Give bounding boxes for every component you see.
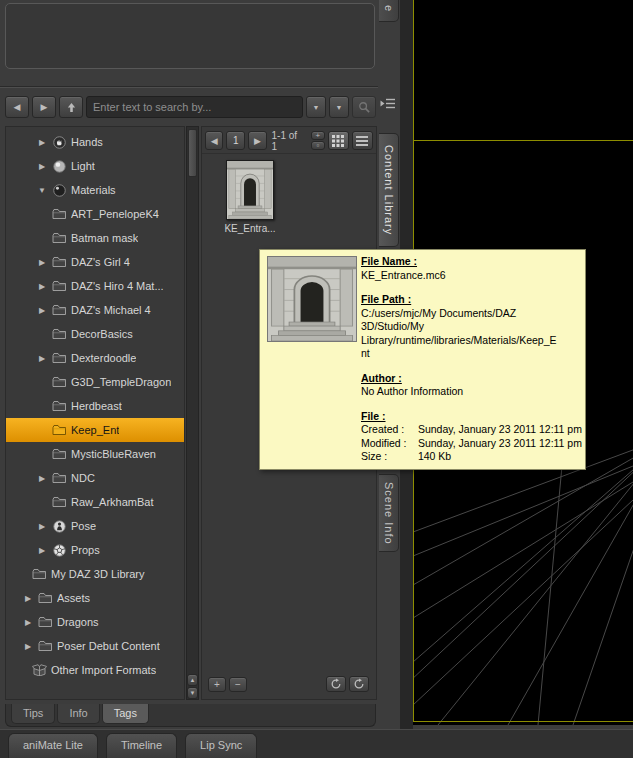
- tree-item-materials[interactable]: ▼Materials: [6, 178, 184, 202]
- tree-item-raw-arkhambat[interactable]: Raw_ArkhamBat: [6, 490, 184, 514]
- expand-arrow-icon[interactable]: ▶: [36, 138, 48, 147]
- tab-info[interactable]: Info: [57, 704, 99, 724]
- tree-item-label: Raw_ArkhamBat: [71, 496, 154, 508]
- content-header: ◀ 1 ▶ 1-1 of 1 + ▫: [202, 127, 376, 154]
- expand-arrow-icon[interactable]: ▶: [36, 306, 48, 315]
- folder-icon: [52, 375, 67, 389]
- box-icon: [32, 663, 47, 677]
- tree-item-dexterdoodle[interactable]: ▶Dexterdoodle: [6, 346, 184, 370]
- tab-timeline[interactable]: Timeline: [106, 733, 177, 758]
- expand-arrow-icon[interactable]: ▶: [36, 162, 48, 171]
- scrollbar-thumb[interactable]: [188, 129, 197, 177]
- tree-item-daz-s-girl-4[interactable]: ▶DAZ's Girl 4: [6, 250, 184, 274]
- add-category-button[interactable]: +: [208, 677, 226, 692]
- list-view-button[interactable]: [352, 131, 373, 150]
- search-input[interactable]: [86, 96, 303, 118]
- scroll-up-button[interactable]: ▲: [187, 674, 198, 686]
- expand-arrow-icon[interactable]: ▶: [36, 354, 48, 363]
- expand-arrow-icon[interactable]: ▶: [36, 258, 48, 267]
- tree-scrollbar[interactable]: ▲ ▼: [186, 126, 199, 700]
- content-item-ke-entrance[interactable]: KE_Entra...: [220, 160, 280, 234]
- tree-item-other-import-formats[interactable]: Other Import Formats: [6, 658, 184, 682]
- page-number[interactable]: 1: [226, 131, 245, 150]
- tab-tags[interactable]: Tags: [102, 704, 149, 724]
- tree-item-label: ART_PenelopeK4: [71, 208, 159, 220]
- thumb-size-down-button[interactable]: ▫: [311, 141, 325, 150]
- expand-arrow-icon[interactable]: ▶: [36, 282, 48, 291]
- page-next-button[interactable]: ▶: [248, 131, 266, 150]
- file-name-heading: File Name :: [361, 255, 561, 269]
- pane-bottom-tabs: Tips Info Tags: [5, 704, 376, 727]
- tab-lip-sync[interactable]: Lip Sync: [185, 733, 257, 758]
- expand-arrow-icon[interactable]: ▶: [22, 642, 34, 651]
- thumb-size-up-button[interactable]: +: [311, 131, 325, 140]
- search-button[interactable]: [352, 96, 376, 118]
- tree-item-keep-ent[interactable]: Keep_Ent: [6, 418, 184, 442]
- resync-button[interactable]: [349, 676, 369, 692]
- tab-scene-info[interactable]: Scene Info: [379, 474, 399, 552]
- tree-item-ndc[interactable]: ▶NDC: [6, 466, 184, 490]
- refresh-button[interactable]: [326, 676, 346, 692]
- perspective-grid: [413, 435, 633, 725]
- bottom-app-bar: aniMate Lite Timeline Lip Sync: [0, 729, 633, 758]
- grid-view-button[interactable]: [328, 131, 349, 150]
- tree-item-props[interactable]: ▶Props: [6, 538, 184, 562]
- tree-item-label: Batman mask: [71, 232, 138, 244]
- tab-animate-lite[interactable]: aniMate Lite: [8, 733, 98, 758]
- search-options-dropdown[interactable]: ▼: [306, 96, 326, 118]
- page-prev-button[interactable]: ◀: [205, 131, 223, 150]
- expand-arrow-icon[interactable]: ▶: [36, 474, 48, 483]
- tree-item-assets[interactable]: ▶Assets: [6, 586, 184, 610]
- tree-item-g3d-templedragon[interactable]: G3D_TempleDragon: [6, 370, 184, 394]
- grid-view-icon: [332, 135, 344, 147]
- expand-arrow-icon[interactable]: ▶: [22, 594, 34, 603]
- folder-icon: [32, 567, 47, 581]
- tree-item-herdbeast[interactable]: Herdbeast: [6, 394, 184, 418]
- tree-item-dragons[interactable]: ▶Dragons: [6, 610, 184, 634]
- search-toolbar: ◀ ▶ ▼ ▼: [5, 95, 376, 119]
- tree-item-decorbasics[interactable]: DecorBasics: [6, 322, 184, 346]
- expand-arrow-icon[interactable]: ▶: [36, 522, 48, 531]
- collapse-arrow-icon[interactable]: ▼: [36, 186, 48, 195]
- folder-icon: [52, 303, 67, 317]
- tree-item-daz-s-hiro-4-mat[interactable]: ▶DAZ's Hiro 4 Mat...: [6, 274, 184, 298]
- tree-item-hands[interactable]: ▶Hands: [6, 130, 184, 154]
- tree-item-label: Assets: [57, 592, 90, 604]
- tree-item-label: DAZ's Michael 4: [71, 304, 151, 316]
- partial-tab[interactable]: e: [379, 0, 399, 22]
- tree-item-label: NDC: [71, 472, 95, 484]
- folder-icon: [52, 279, 67, 293]
- folder-icon: [52, 471, 67, 485]
- tree-item-daz-s-michael-4[interactable]: ▶DAZ's Michael 4: [6, 298, 184, 322]
- remove-category-button[interactable]: −: [229, 677, 247, 692]
- entrance-thumbnail-image[interactable]: [226, 160, 274, 220]
- tree-item-mysticblueraven[interactable]: MysticBlueRaven: [6, 442, 184, 466]
- tree-item-art-penelopek4[interactable]: ART_PenelopeK4: [6, 202, 184, 226]
- tree-item-light[interactable]: ▶Light: [6, 154, 184, 178]
- expand-arrow-icon[interactable]: ▶: [22, 618, 34, 627]
- created-value: Sunday, January 23 2011 12:11 pm: [418, 423, 582, 435]
- up-level-button[interactable]: [59, 96, 83, 118]
- created-label: Created :: [361, 423, 415, 437]
- tree-item-pose[interactable]: ▶Pose: [6, 514, 184, 538]
- tooltip-text: File Name : KE_Entrance.mc6 File Path : …: [361, 255, 561, 464]
- pane-placeholder: [5, 3, 375, 69]
- tab-tips[interactable]: Tips: [11, 704, 55, 724]
- size-value: 140 Kb: [418, 450, 451, 462]
- tree-item-label: G3D_TempleDragon: [71, 376, 171, 388]
- tree-item-poser-debut-content[interactable]: ▶Poser Debut Content: [6, 634, 184, 658]
- expand-arrow-icon[interactable]: ▶: [36, 546, 48, 555]
- folder-tree: ▶Hands▶Light▼MaterialsART_PenelopeK4Batm…: [5, 126, 185, 700]
- filter-dropdown[interactable]: ▼: [329, 96, 349, 118]
- back-button[interactable]: ◀: [5, 96, 29, 118]
- tree-item-label: DAZ's Girl 4: [71, 256, 130, 268]
- folder-icon: [38, 639, 53, 653]
- tree-item-my-daz-3d-library[interactable]: My DAZ 3D Library: [6, 562, 184, 586]
- folder-icon: [52, 255, 67, 269]
- tree-item-label: Other Import Formats: [51, 664, 156, 676]
- tree-item-batman-mask[interactable]: Batman mask: [6, 226, 184, 250]
- tab-content-library[interactable]: Content Library: [379, 133, 399, 247]
- tree-item-label: Hands: [71, 136, 103, 148]
- forward-button[interactable]: ▶: [32, 96, 56, 118]
- scroll-down-button[interactable]: ▼: [187, 687, 198, 699]
